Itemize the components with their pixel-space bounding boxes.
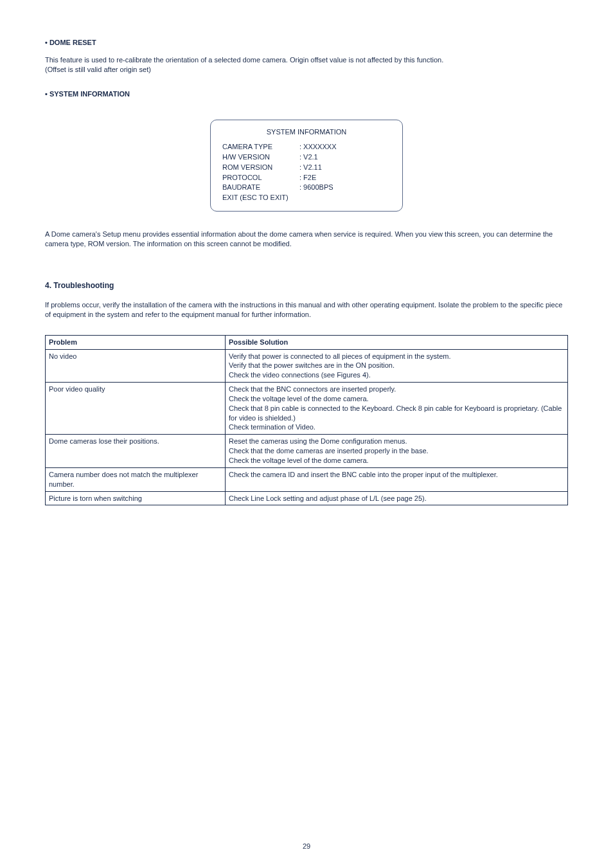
sysinfo-row: H/W VERSION : V2.1	[222, 152, 391, 163]
table-row: Camera number does not match the multipl…	[46, 467, 568, 491]
cell-problem: Picture is torn when switching	[46, 491, 226, 505]
sysinfo-row: BAUDRATE : 9600BPS	[222, 183, 391, 193]
system-info-header: • SYSTEM INFORMATION	[45, 90, 568, 98]
dome-reset-p2: (Offset is still valid after origin set)	[45, 66, 151, 73]
table-row: Poor video quality Check that the BNC co…	[46, 383, 568, 435]
sysinfo-label: EXIT (ESC TO EXIT)	[222, 193, 289, 203]
cell-solution: Verify that power is connected to all pi…	[226, 349, 568, 383]
cell-problem: Dome cameras lose their positions.	[46, 435, 226, 468]
cell-problem: Poor video quality	[46, 383, 226, 435]
sysinfo-value: : V2.11	[299, 163, 322, 173]
sysinfo-value: : F2E	[299, 173, 316, 183]
sysinfo-label: ROM VERSION	[222, 163, 299, 173]
cell-solution: Check Line Lock setting and adjust phase…	[226, 491, 568, 505]
sysinfo-label: CAMERA TYPE	[222, 142, 299, 152]
col-problem: Problem	[46, 335, 226, 349]
sysinfo-row: PROTOCOL : F2E	[222, 173, 391, 183]
sysinfo-value: : V2.1	[299, 152, 318, 163]
sysinfo-row: CAMERA TYPE : XXXXXXX	[222, 142, 391, 152]
table-header-row: Problem Possible Solution	[46, 335, 568, 349]
sysinfo-label: PROTOCOL	[222, 173, 299, 183]
sysinfo-value: : XXXXXXX	[299, 142, 336, 152]
col-solution: Possible Solution	[226, 335, 568, 349]
sysinfo-label: BAUDRATE	[222, 183, 299, 193]
troubleshoot-intro: If problems occur, verify the installati…	[45, 300, 568, 320]
table-row: Picture is torn when switching Check Lin…	[46, 491, 568, 505]
cell-solution: Reset the cameras using the Dome configu…	[226, 435, 568, 468]
system-info-box: SYSTEM INFORMATION CAMERA TYPE : XXXXXXX…	[210, 120, 403, 212]
troubleshoot-header: 4. Troubleshooting	[45, 281, 568, 290]
cell-solution: Check the camera ID and insert the BNC c…	[226, 467, 568, 491]
sysinfo-value: : 9600BPS	[299, 183, 333, 193]
dome-reset-text: This feature is used to re-calibrate the…	[45, 55, 568, 75]
page-number: 29	[0, 842, 613, 850]
system-info-box-title: SYSTEM INFORMATION	[222, 128, 391, 136]
table-row: Dome cameras lose their positions. Reset…	[46, 435, 568, 468]
dome-reset-header: • DOME RESET	[45, 39, 568, 46]
system-info-paragraph: A Dome camera's Setup menu provides esse…	[45, 230, 568, 249]
troubleshoot-table: Problem Possible Solution No video Verif…	[45, 335, 568, 506]
dome-reset-p1: This feature is used to re-calibrate the…	[45, 56, 443, 64]
cell-problem: No video	[46, 349, 226, 383]
cell-solution: Check that the BNC connectors are insert…	[226, 383, 568, 435]
sysinfo-label: H/W VERSION	[222, 152, 299, 163]
sysinfo-row: ROM VERSION : V2.11	[222, 163, 391, 173]
sysinfo-row: EXIT (ESC TO EXIT)	[222, 193, 391, 203]
cell-problem: Camera number does not match the multipl…	[46, 467, 226, 491]
table-row: No video Verify that power is connected …	[46, 349, 568, 383]
